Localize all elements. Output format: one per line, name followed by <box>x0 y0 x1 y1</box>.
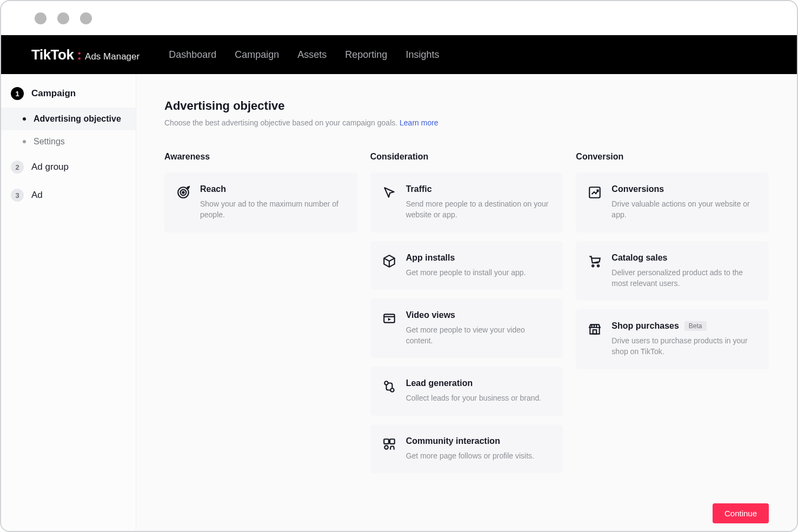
card-title: Catalog sales <box>611 253 757 263</box>
col-consideration: Consideration Traffic Send more people t… <box>370 152 563 482</box>
target-icon <box>176 185 190 200</box>
col-title-conversion: Conversion <box>576 152 769 162</box>
body-area: 1 Campaign Advertising objective Setting… <box>1 74 797 532</box>
svg-point-8 <box>384 445 388 449</box>
leads-icon <box>382 380 396 394</box>
svg-point-2 <box>182 191 184 193</box>
card-body: Reach Show your ad to the maximum number… <box>200 184 345 221</box>
card-title: Video views <box>406 310 551 320</box>
card-conversions[interactable]: Conversions Drive valuable actions on yo… <box>576 172 769 232</box>
card-body: Shop purchases Beta Drive users to purch… <box>611 321 757 357</box>
card-desc: Send more people to a destination on you… <box>406 198 551 221</box>
card-catalog-sales[interactable]: Catalog sales Deliver personalized produ… <box>576 241 769 301</box>
traffic-light-zoom[interactable] <box>80 12 92 24</box>
chart-up-icon <box>588 185 602 200</box>
video-play-icon <box>382 311 396 325</box>
svg-rect-6 <box>384 439 389 444</box>
nav-reporting[interactable]: Reporting <box>345 49 387 61</box>
svg-point-4 <box>384 382 388 385</box>
col-awareness: Awareness Reach Show your ad to the maxi… <box>164 152 357 482</box>
page-subtitle: Choose the best advertising objective ba… <box>164 118 769 127</box>
substep-advertising-objective[interactable]: Advertising objective <box>1 108 136 130</box>
window-titlebar <box>1 1 797 35</box>
nav-dashboard[interactable]: Dashboard <box>169 49 216 61</box>
step-label: Ad <box>31 190 43 201</box>
card-desc: Deliver personalized product ads to the … <box>611 267 757 289</box>
card-shop-purchases[interactable]: Shop purchases Beta Drive users to purch… <box>576 309 769 369</box>
card-lead-generation[interactable]: Lead generation Collect leads for your b… <box>370 367 563 415</box>
card-app-installs[interactable]: App installs Get more people to install … <box>370 241 563 290</box>
card-desc: Get more people to view your video conte… <box>406 324 551 347</box>
step-ad[interactable]: 3 Ad <box>1 181 136 209</box>
card-title: App installs <box>406 253 551 263</box>
svg-rect-7 <box>390 439 395 444</box>
card-desc: Get more people to install your app. <box>406 267 551 278</box>
cursor-icon <box>382 185 396 200</box>
top-nav: TikTok: Ads Manager Dashboard Campaign A… <box>1 35 797 74</box>
card-body: Lead generation Collect leads for your b… <box>406 378 551 403</box>
substep-dot-icon <box>23 140 26 143</box>
main-content: Advertising objective Choose the best ad… <box>136 74 797 532</box>
step-label: Campaign <box>31 88 76 99</box>
storefront-icon <box>588 322 602 336</box>
card-title: Reach <box>200 184 345 194</box>
nav-campaign[interactable]: Campaign <box>235 49 279 61</box>
substep-label: Settings <box>34 137 65 147</box>
page-title: Advertising objective <box>164 99 769 113</box>
card-title: Lead generation <box>406 378 551 388</box>
card-body: Conversions Drive valuable actions on yo… <box>611 184 757 221</box>
card-body: Video views Get more people to view your… <box>406 310 551 347</box>
card-body: Community interaction Get more page foll… <box>406 436 551 461</box>
community-icon <box>382 437 396 451</box>
card-community-interaction[interactable]: Community interaction Get more page foll… <box>370 424 563 473</box>
svg-rect-12 <box>593 330 597 334</box>
nav-assets[interactable]: Assets <box>297 49 327 61</box>
card-body: Catalog sales Deliver personalized produ… <box>611 253 757 289</box>
step-ad-group[interactable]: 2 Ad group <box>1 153 136 181</box>
nav-insights[interactable]: Insights <box>405 49 439 61</box>
card-title: Community interaction <box>406 436 551 446</box>
card-title-row: Shop purchases Beta <box>611 321 757 335</box>
brand-colon-icon: : <box>77 46 82 63</box>
learn-more-link[interactable]: Learn more <box>400 118 438 127</box>
brand: TikTok: Ads Manager <box>31 46 139 63</box>
card-desc: Show your ad to the maximum number of pe… <box>200 198 345 221</box>
window-frame: TikTok: Ads Manager Dashboard Campaign A… <box>0 0 798 532</box>
objective-columns: Awareness Reach Show your ad to the maxi… <box>164 152 769 482</box>
brand-sub: Ads Manager <box>85 51 139 62</box>
card-video-views[interactable]: Video views Get more people to view your… <box>370 298 563 358</box>
col-title-awareness: Awareness <box>164 152 357 162</box>
continue-button[interactable]: Continue <box>713 503 769 523</box>
col-conversion: Conversion Conversions Drive valuable ac <box>576 152 769 482</box>
card-desc: Drive valuable actions on your website o… <box>611 198 757 221</box>
beta-badge: Beta <box>684 321 707 331</box>
card-body: App installs Get more people to install … <box>406 253 551 278</box>
step-badge: 3 <box>11 189 24 202</box>
traffic-light-close[interactable] <box>35 12 46 24</box>
card-title: Conversions <box>611 184 757 194</box>
step-campaign[interactable]: 1 Campaign <box>1 79 136 108</box>
cube-icon <box>382 254 396 268</box>
sidebar: 1 Campaign Advertising objective Setting… <box>1 74 136 532</box>
page-subtitle-text: Choose the best advertising objective ba… <box>164 118 397 127</box>
card-body: Traffic Send more people to a destinatio… <box>406 184 551 221</box>
step-label: Ad group <box>31 162 69 172</box>
svg-point-11 <box>597 265 599 267</box>
card-title: Shop purchases <box>611 321 679 331</box>
svg-point-10 <box>592 265 594 267</box>
substep-label: Advertising objective <box>34 114 121 124</box>
substep-settings[interactable]: Settings <box>1 130 136 153</box>
card-traffic[interactable]: Traffic Send more people to a destinatio… <box>370 172 563 232</box>
traffic-light-minimize[interactable] <box>57 12 69 24</box>
substep-dot-icon <box>23 117 26 121</box>
card-desc: Collect leads for your business or brand… <box>406 393 551 403</box>
step-badge: 2 <box>11 161 24 174</box>
card-reach[interactable]: Reach Show your ad to the maximum number… <box>164 172 357 232</box>
card-desc: Get more page follows or profile visits. <box>406 450 551 461</box>
step-badge: 1 <box>11 87 24 100</box>
brand-mark: TikTok <box>31 46 74 63</box>
svg-point-5 <box>390 389 394 393</box>
col-title-consideration: Consideration <box>370 152 563 162</box>
card-desc: Drive users to purchase products in your… <box>611 335 757 357</box>
card-title: Traffic <box>406 184 551 194</box>
